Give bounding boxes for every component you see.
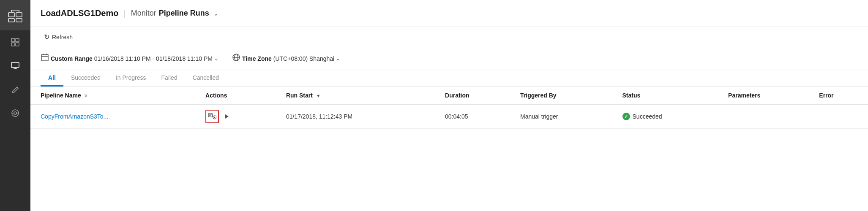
sidebar-item-home[interactable] [0, 30, 30, 54]
header-section: Monitor [131, 9, 156, 18]
calendar-icon [41, 53, 49, 64]
activity-runs-button[interactable] [205, 110, 219, 123]
col-error: Error [812, 87, 868, 104]
svg-rect-1 [16, 13, 22, 17]
cell-pipeline-name: CopyFromAmazonS3To... [30, 104, 199, 129]
tab-in-progress[interactable]: In Progress [108, 70, 154, 87]
range-value: 01/16/2018 11:10 PM - 01/18/2018 11:10 P… [94, 55, 213, 62]
col-duration: Duration [438, 87, 513, 104]
col-parameters: Parameters [721, 87, 812, 104]
toolbar: ↻ Refresh [30, 27, 868, 47]
table-row: CopyFromAmazonS3To... [30, 104, 868, 129]
header: LoadADLSG1Demo | Monitor Pipeline Runs ⌄ [30, 0, 868, 27]
svg-rect-9 [11, 43, 15, 46]
cell-error [812, 104, 868, 129]
svg-rect-0 [8, 13, 14, 17]
col-status: Status [616, 87, 722, 104]
rerun-button[interactable] [221, 111, 232, 122]
timezone-dropdown-arrow: ⌄ [336, 56, 340, 62]
svg-point-15 [14, 112, 16, 114]
sidebar-item-edit[interactable] [0, 78, 30, 101]
svg-rect-3 [16, 19, 22, 22]
range-label: Custom Range [51, 55, 93, 62]
status-success-icon: ✓ [622, 113, 630, 120]
action-buttons [205, 110, 273, 123]
tab-succeeded[interactable]: Succeeded [63, 70, 108, 87]
svg-rect-11 [11, 62, 19, 68]
run-start-sort-icon[interactable]: ▼ [316, 93, 321, 98]
svg-rect-2 [8, 19, 14, 22]
sidebar-logo [0, 0, 30, 30]
header-separator: | [123, 8, 126, 18]
header-dropdown-icon[interactable]: ⌄ [213, 10, 218, 17]
globe-icon [232, 53, 240, 64]
sidebar-item-monitor[interactable] [0, 54, 30, 78]
header-page-title[interactable]: Pipeline Runs [159, 9, 209, 18]
cell-actions [199, 104, 279, 129]
timezone-value: (UTC+08:00) Shanghai [273, 55, 334, 62]
svg-rect-8 [16, 38, 19, 42]
col-pipeline-name: Pipeline Name ▿ [30, 87, 199, 104]
pipeline-name-link[interactable]: CopyFromAmazonS3To... [41, 113, 108, 120]
svg-marker-29 [214, 117, 216, 118]
svg-marker-30 [225, 114, 229, 119]
col-run-start: Run Start ▼ [279, 87, 438, 104]
refresh-label: Refresh [52, 34, 73, 41]
date-range-filter[interactable]: Custom Range 01/16/2018 11:10 PM - 01/18… [41, 53, 218, 64]
sidebar [0, 0, 30, 211]
cell-parameters [721, 104, 812, 129]
refresh-icon: ↻ [44, 33, 49, 41]
tab-all[interactable]: All [41, 70, 63, 87]
refresh-button[interactable]: ↻ Refresh [41, 31, 76, 43]
app-title: LoadADLSG1Demo [41, 8, 118, 18]
col-triggered-by: Triggered By [513, 87, 615, 104]
main-content: LoadADLSG1Demo | Monitor Pipeline Runs ⌄… [30, 0, 868, 211]
timezone-label: Time Zone [242, 55, 272, 62]
timezone-filter[interactable]: Time Zone (UTC+08:00) Shanghai ⌄ [232, 53, 340, 64]
filter-bar: Custom Range 01/16/2018 11:10 PM - 01/18… [30, 47, 868, 70]
status-label: Succeeded [633, 113, 662, 120]
cell-duration: 00:04:05 [438, 104, 513, 129]
tab-cancelled[interactable]: Cancelled [185, 70, 227, 87]
table-header-row: Pipeline Name ▿ Actions Run Start ▼ Dura… [30, 87, 868, 104]
cell-triggered-by: Manual trigger [513, 104, 615, 129]
tab-failed[interactable]: Failed [154, 70, 185, 87]
svg-rect-18 [41, 54, 48, 61]
header-nav: Monitor Pipeline Runs ⌄ [131, 9, 218, 18]
sidebar-item-metrics[interactable] [0, 101, 30, 125]
col-actions: Actions [199, 87, 279, 104]
pipeline-runs-table: Pipeline Name ▿ Actions Run Start ▼ Dura… [30, 87, 868, 211]
svg-rect-25 [208, 114, 213, 117]
svg-rect-10 [16, 43, 19, 46]
tabs-bar: All Succeeded In Progress Failed Cancell… [30, 70, 868, 87]
svg-rect-7 [11, 38, 15, 42]
cell-status: ✓ Succeeded [616, 104, 722, 129]
range-dropdown-arrow: ⌄ [214, 56, 218, 62]
cell-run-start: 01/17/2018, 11:12:43 PM [279, 104, 438, 129]
status-badge: ✓ Succeeded [622, 113, 715, 120]
pipeline-filter-icon[interactable]: ▿ [85, 93, 87, 99]
